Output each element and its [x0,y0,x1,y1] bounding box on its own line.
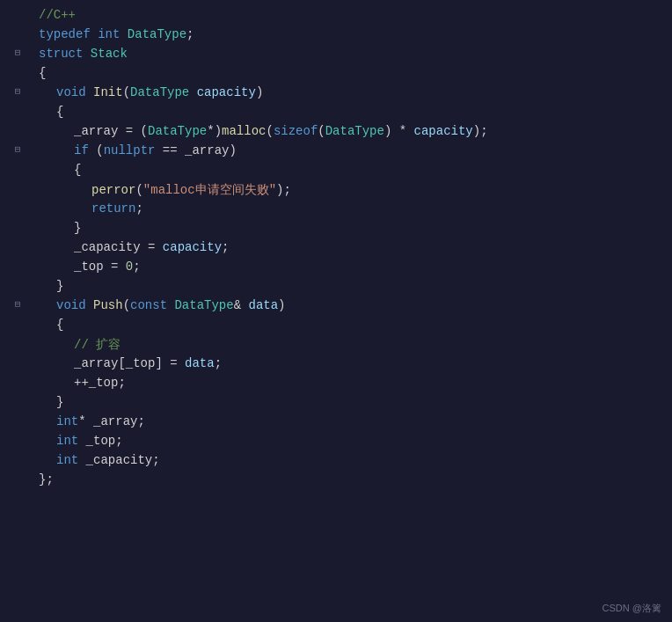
line-content-3: struct Stack [35,47,672,61]
code-line-22: int* _array; [0,413,672,433]
code-line-4: { [0,65,672,84]
code-line-9: { [0,162,672,181]
line-content-4: { [35,66,672,80]
line-content-24: int _capacity; [35,453,672,467]
code-line-1: //C++ [0,7,672,26]
line-content-2: typedef int DataType; [35,27,672,41]
gutter-3: ⊟ [0,47,35,58]
line-content-5: void Init(DataType capacity) [35,85,672,99]
code-line-17: { [0,317,672,336]
collapse-icon-8[interactable]: ⊟ [15,143,21,155]
collapse-icon-16[interactable]: ⊟ [15,298,21,310]
line-content-22: int* _array; [35,414,672,428]
code-line-16: ⊟ void Push(const DataType& data) [0,297,672,317]
line-content-21: } [35,395,672,409]
line-content-1: //C++ [35,8,672,22]
gutter-5: ⊟ [0,85,35,97]
line-content-25: }; [35,472,672,487]
code-line-11: return; [0,201,672,220]
code-line-20: ++_top; [0,375,672,394]
line-content-23: int _top; [35,434,672,448]
line-content-11: return; [35,201,672,216]
collapse-icon-3[interactable]: ⊟ [15,47,21,58]
code-container: //C++ typedef int DataType; ⊟ struct Sta… [0,0,672,622]
code-line-13: _capacity = capacity; [0,239,672,259]
code-line-7: _array = (DataType*)malloc(sizeof(DataTy… [0,123,672,143]
gutter-8: ⊟ [0,143,35,155]
code-line-21: } [0,394,672,413]
line-content-6: { [35,105,672,119]
code-line-10: perror("malloc申请空间失败"); [0,181,672,201]
code-line-23: int _top; [0,433,672,452]
collapse-icon-5[interactable]: ⊟ [15,85,21,97]
line-content-9: { [35,163,672,177]
line-content-15: } [35,279,672,293]
line-content-17: { [35,318,672,332]
code-line-15: } [0,278,672,297]
line-content-16: void Push(const DataType& data) [35,298,672,312]
code-line-5: ⊟ void Init(DataType capacity) [0,84,672,104]
gutter-16: ⊟ [0,298,35,310]
line-content-8: if (nullptr == _array) [35,143,672,157]
code-line-14: _top = 0; [0,259,672,278]
line-content-12: } [35,221,672,235]
code-line-6: { [0,104,672,123]
code-line-2: typedef int DataType; [0,26,672,46]
code-line-8: ⊟ if (nullptr == _array) [0,143,672,162]
line-content-18: // 扩容 [35,337,672,353]
code-line-12: } [0,220,672,239]
line-content-19: _array[_top] = data; [35,356,672,370]
line-content-10: perror("malloc申请空间失败"); [35,182,672,198]
line-content-20: ++_top; [35,376,672,390]
line-content-7: _array = (DataType*)malloc(sizeof(DataTy… [35,124,672,138]
code-line-19: _array[_top] = data; [0,355,672,375]
line-content-13: _capacity = capacity; [35,240,672,254]
watermark: CSDN @洛篱 [603,602,661,615]
code-line-3: ⊟ struct Stack [0,46,672,65]
code-line-25: }; [0,472,672,491]
line-content-14: _top = 0; [35,260,672,274]
code-line-18: // 扩容 [0,336,672,355]
code-line-24: int _capacity; [0,452,672,472]
